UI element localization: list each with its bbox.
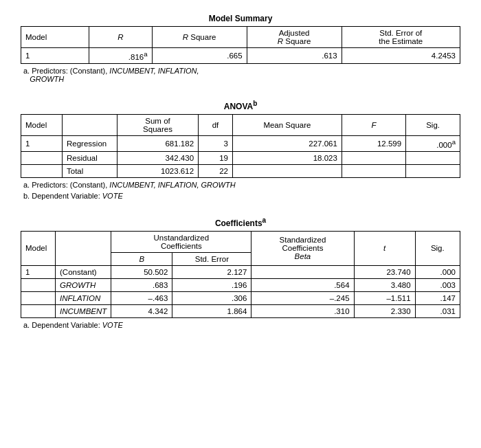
anova-row-residual: Residual 342.430 19 18.023: [21, 151, 460, 164]
anova-col-ms: Mean Square: [232, 114, 342, 135]
coef-sig-inflation: .147: [415, 291, 460, 304]
coef-row-incumbent: INCUMBENT 4.342 1.864 .310 2.330 .031: [21, 304, 460, 317]
anova-col-df: df: [199, 114, 233, 135]
coef-t-incumbent: 2.330: [354, 304, 415, 317]
anova-model-blank1: [21, 151, 63, 164]
coef-beta-incumbent: .310: [251, 304, 354, 317]
coef-sig-growth: .003: [415, 278, 460, 291]
coef-sig-incumbent: .031: [415, 304, 460, 317]
coef-header-row-1: Model UnstandardizedCoefficients Standar…: [21, 231, 460, 252]
coef-name-constant: (Constant): [56, 265, 111, 278]
coef-model-blank1: [21, 278, 56, 291]
coefficients-section: Coefficientsa Model UnstandardizedCoeffi…: [21, 216, 460, 329]
coef-t-constant: 23.740: [354, 265, 415, 278]
col-header-std-error: Std. Error ofthe Estimate: [342, 27, 460, 48]
coef-row-constant: 1 (Constant) 50.502 2.127 23.740 .000: [21, 265, 460, 278]
anova-col-model: Model: [21, 114, 63, 135]
anova-ss-residual: 342.430: [118, 151, 199, 164]
coef-b-growth: .683: [111, 278, 172, 291]
coef-sig-constant: .000: [415, 265, 460, 278]
coef-se-growth: .196: [172, 278, 251, 291]
anova-f-total: [342, 164, 405, 177]
anova-df-total: 22: [199, 164, 233, 177]
anova-ss-total: 1023.612: [118, 164, 199, 177]
anova-col-sig: Sig.: [406, 114, 460, 135]
anova-note-a: a. Predictors: (Constant), INCUMBENT, IN…: [21, 181, 460, 189]
coef-beta-constant: [251, 265, 354, 278]
col-header-r: R: [89, 27, 152, 48]
model-summary-header-row: Model R R Square AdjustedR Square Std. E…: [21, 27, 460, 48]
anova-row-regression: 1 Regression 681.182 3 227.061 12.599 .0…: [21, 135, 460, 151]
coef-beta-inflation: –.245: [251, 291, 354, 304]
ms-model: 1: [21, 48, 89, 64]
coef-b-constant: 50.502: [111, 265, 172, 278]
coef-col-b: B: [111, 252, 172, 265]
model-summary-section: Model Summary Model R R Square AdjustedR…: [21, 14, 460, 83]
ms-adj-rsquare: .613: [247, 48, 342, 64]
anova-model-1: 1: [21, 135, 63, 151]
anova-f-residual: [342, 151, 405, 164]
anova-title: ANOVAb: [21, 100, 460, 111]
coef-b-inflation: –.463: [111, 291, 172, 304]
anova-ms-residual: 18.023: [232, 151, 342, 164]
anova-type-residual: Residual: [63, 151, 118, 164]
col-header-model: Model: [21, 27, 89, 48]
ms-std-error: 4.2453: [342, 48, 460, 64]
anova-sig-residual: [406, 151, 460, 164]
coef-se-inflation: .306: [172, 291, 251, 304]
coef-col-model: Model: [21, 231, 56, 265]
coef-note: a. Dependent Variable: VOTE: [21, 321, 460, 329]
coef-model-blank3: [21, 304, 56, 317]
anova-sig-total: [406, 164, 460, 177]
anova-col-type: [63, 114, 118, 135]
coef-se-constant: 2.127: [172, 265, 251, 278]
coef-t-inflation: –1.511: [354, 291, 415, 304]
coef-name-growth: GROWTH: [56, 278, 111, 291]
model-summary-row-1: 1 .816a .665 .613 4.2453: [21, 48, 460, 64]
coef-name-inflation: INFLATION: [56, 291, 111, 304]
coef-model-blank2: [21, 291, 56, 304]
coef-se-incumbent: 1.864: [172, 304, 251, 317]
anova-model-blank2: [21, 164, 63, 177]
coef-b-incumbent: 4.342: [111, 304, 172, 317]
coefficients-title: Coefficientsa: [21, 216, 460, 228]
col-header-rsquare: R Square: [152, 27, 247, 48]
coefficients-table: Model UnstandardizedCoefficients Standar…: [21, 231, 460, 318]
anova-col-f: F: [342, 114, 405, 135]
anova-table: Model Sum ofSquares df Mean Square F Sig…: [21, 114, 460, 178]
anova-ss-regression: 681.182: [118, 135, 199, 151]
anova-ms-regression: 227.061: [232, 135, 342, 151]
coef-col-se: Std. Error: [172, 252, 251, 265]
coef-col-std: StandardizedCoefficientsBeta: [251, 231, 354, 265]
anova-sig: .000a: [406, 135, 460, 151]
coef-col-name: [56, 231, 111, 265]
ms-rsquare: .665: [152, 48, 247, 64]
coef-t-growth: 3.480: [354, 278, 415, 291]
anova-note-b: b. Dependent Variable: VOTE: [21, 192, 460, 200]
anova-col-ss: Sum ofSquares: [118, 114, 199, 135]
coef-beta-growth: .564: [251, 278, 354, 291]
anova-header-row: Model Sum ofSquares df Mean Square F Sig…: [21, 114, 460, 135]
anova-section: ANOVAb Model Sum ofSquares df Mean Squar…: [21, 100, 460, 200]
coef-row-growth: GROWTH .683 .196 .564 3.480 .003: [21, 278, 460, 291]
col-header-adj-rsquare: AdjustedR Square: [247, 27, 342, 48]
anova-df-residual: 19: [199, 151, 233, 164]
model-summary-table: Model R R Square AdjustedR Square Std. E…: [21, 26, 460, 64]
coef-name-incumbent: INCUMBENT: [56, 304, 111, 317]
anova-df-regression: 3: [199, 135, 233, 151]
anova-ms-total: [232, 164, 342, 177]
ms-r: .816a: [89, 48, 152, 64]
coef-col-unstd: UnstandardizedCoefficients: [111, 231, 251, 252]
anova-row-total: Total 1023.612 22: [21, 164, 460, 177]
coef-col-sig: Sig.: [415, 231, 460, 265]
coef-model-1: 1: [21, 265, 56, 278]
anova-type-regression: Regression: [63, 135, 118, 151]
model-summary-note: a. Predictors: (Constant), INCUMBENT, IN…: [21, 67, 460, 83]
anova-f: 12.599: [342, 135, 405, 151]
coef-col-t: t: [354, 231, 415, 265]
coef-row-inflation: INFLATION –.463 .306 –.245 –1.511 .147: [21, 291, 460, 304]
model-summary-title: Model Summary: [21, 14, 460, 23]
anova-type-total: Total: [63, 164, 118, 177]
